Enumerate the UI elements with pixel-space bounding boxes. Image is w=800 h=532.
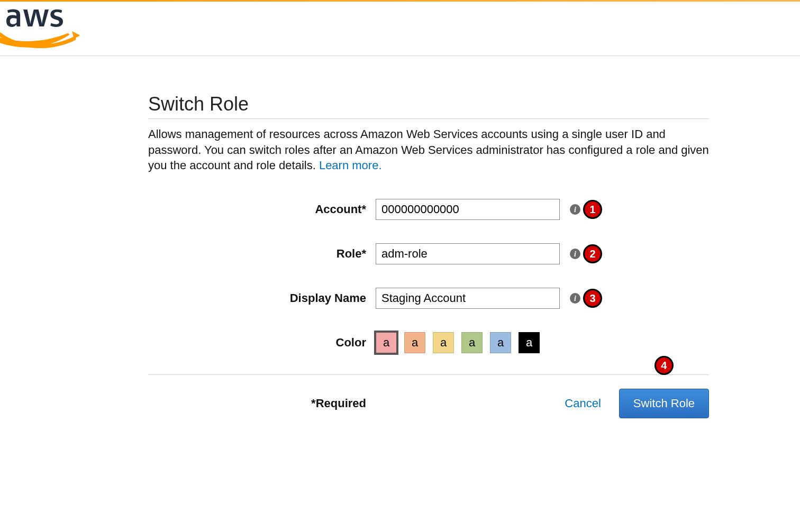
- learn-more-link[interactable]: Learn more.: [319, 159, 382, 172]
- account-row: Account* i 1: [148, 199, 709, 220]
- annotation-badge-4: 4: [654, 356, 674, 375]
- role-row: Role* i 2: [148, 243, 709, 264]
- info-icon[interactable]: i: [569, 204, 581, 215]
- info-icon[interactable]: i: [569, 248, 581, 260]
- info-icon[interactable]: i: [569, 292, 581, 304]
- annotation-badge-2: 2: [583, 244, 602, 263]
- color-swatch-pink[interactable]: a: [376, 332, 397, 353]
- switch-role-form: Account* i 1 Role* i 2 Display Name i 3 …: [148, 199, 709, 418]
- cancel-button[interactable]: Cancel: [565, 397, 601, 410]
- display-name-row: Display Name i 3: [148, 288, 709, 309]
- switch-role-button[interactable]: Switch Role: [619, 389, 709, 418]
- header: [0, 2, 800, 56]
- role-label: Role*: [148, 247, 376, 261]
- role-input[interactable]: [376, 243, 560, 264]
- svg-text:i: i: [574, 250, 576, 258]
- display-name-label: Display Name: [148, 291, 376, 305]
- color-swatch-green[interactable]: a: [461, 332, 483, 353]
- annotation-badge-1: 1: [583, 200, 602, 219]
- display-name-input[interactable]: [376, 288, 560, 309]
- page-title: Switch Role: [148, 93, 709, 119]
- aws-logo: [0, 6, 79, 49]
- svg-text:i: i: [574, 295, 576, 302]
- color-swatch-yellow[interactable]: a: [433, 332, 454, 353]
- svg-text:i: i: [574, 206, 576, 214]
- color-row: Color a a a a a a: [148, 332, 709, 353]
- color-swatch-orange[interactable]: a: [404, 332, 425, 353]
- page-description-text: Allows management of resources across Am…: [148, 127, 709, 172]
- annotation-badge-3: 3: [583, 289, 602, 308]
- footer-row: *Required Cancel 4 Switch Role: [148, 389, 709, 418]
- required-note: *Required: [148, 397, 376, 410]
- account-input[interactable]: [376, 199, 560, 220]
- color-swatch-blue[interactable]: a: [490, 332, 511, 353]
- color-swatches: a a a a a a: [376, 332, 540, 353]
- color-swatch-black[interactable]: a: [519, 332, 540, 353]
- main-content: Switch Role Allows management of resourc…: [148, 93, 709, 418]
- footer-actions: Cancel 4 Switch Role: [565, 389, 709, 418]
- page-description: Allows management of resources across Am…: [148, 126, 709, 173]
- color-label: Color: [148, 336, 376, 350]
- footer-separator: [148, 374, 709, 375]
- account-label: Account*: [148, 203, 376, 216]
